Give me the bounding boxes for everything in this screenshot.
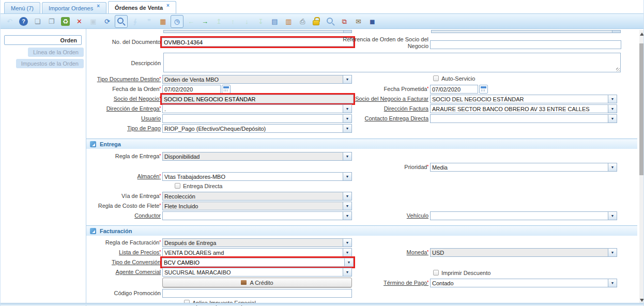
vertical-scrollbar[interactable]: [639, 30, 644, 304]
conductor-label[interactable]: Conductor: [86, 212, 161, 219]
history-icon[interactable]: ◷: [171, 15, 183, 28]
archive-icon[interactable]: ▥: [282, 15, 295, 28]
find-icon[interactable]: [115, 15, 128, 28]
clipped-field: [431, 30, 621, 33]
scroll-up-icon[interactable]: [639, 31, 644, 37]
regla-flete-select[interactable]: Flete Incluido: [162, 202, 352, 210]
tipo-pago-label[interactable]: Tipo de Pago: [86, 125, 161, 132]
auto-servicio-checkbox[interactable]: [433, 75, 439, 81]
chevron-down-icon[interactable]: [344, 258, 353, 266]
referencia-input[interactable]: [430, 40, 621, 49]
imprimir-descuento-checkbox[interactable]: [433, 270, 439, 276]
close-icon[interactable]: ×: [97, 3, 100, 9]
agente-comercial-select[interactable]: SUCURSAL MARACAIBO: [162, 268, 352, 277]
tab-label: Órdenes de Venta: [115, 5, 163, 11]
prioridad-select[interactable]: Media: [430, 163, 617, 172]
termino-pago-label[interactable]: Término de Pago: [309, 280, 428, 286]
direccion-factura-label[interactable]: Dirección Factura: [309, 105, 428, 112]
chevron-down-icon[interactable]: [608, 163, 617, 171]
scroll-down-icon[interactable]: [639, 297, 644, 303]
direccion-entrega-label[interactable]: Dirección de Entrega: [86, 105, 161, 112]
workflow-icon[interactable]: ⧉: [338, 15, 351, 28]
sidebar-item-linea-orden[interactable]: Línea de la Orden: [28, 48, 84, 57]
fecha-orden-label: Fecha de la Orden: [86, 86, 161, 93]
calendar-icon[interactable]: [479, 85, 488, 94]
clipped-field: [163, 30, 352, 33]
tipo-conversion-select[interactable]: BCV CAMBIO: [162, 258, 354, 267]
codigo-promocion-input[interactable]: [162, 289, 352, 298]
chevron-down-icon[interactable]: [608, 95, 617, 103]
tipo-documento-destino-select[interactable]: Orden de Venta MBO: [162, 75, 352, 84]
tipo-conversion-label[interactable]: Tipo de Conversión: [86, 259, 161, 266]
chevron-down-icon[interactable]: [343, 125, 351, 132]
chevron-down-icon[interactable]: [343, 152, 351, 160]
chevron-down-icon[interactable]: [343, 268, 351, 276]
resize-handle[interactable]: [616, 68, 620, 71]
chevron-down-icon[interactable]: [343, 202, 351, 210]
lista-precios-label[interactable]: Lista de Precios: [86, 249, 161, 256]
print-icon[interactable]: ⎙: [296, 15, 309, 28]
socio-facturar-label[interactable]: Socio del Negocio a Facturar: [309, 96, 428, 102]
chevron-down-icon[interactable]: [608, 212, 617, 220]
delete-selection-icon[interactable]: ✕: [73, 15, 86, 28]
new-record-icon[interactable]: ❏: [31, 15, 44, 28]
tipo-documento-destino-label[interactable]: Tipo Documento Destino: [86, 76, 161, 83]
collapse-section-icon[interactable]: [90, 141, 96, 147]
prioridad-label: Prioridad: [309, 164, 428, 171]
moneda-select[interactable]: USD: [430, 248, 617, 257]
chevron-down-icon[interactable]: [343, 173, 351, 180]
chat-icon: ❞: [143, 15, 156, 28]
tipo-pago-select[interactable]: RIOP_Pago (Efectivo/Cheque/Depósito): [162, 124, 352, 133]
termino-pago-select[interactable]: Contado: [430, 279, 617, 287]
product-info-icon[interactable]: ◼: [366, 15, 379, 28]
zoom-across-icon[interactable]: [324, 15, 337, 28]
request-icon[interactable]: ✉: [352, 15, 365, 28]
collapse-section-icon[interactable]: [90, 228, 96, 234]
fecha-orden-input[interactable]: [162, 85, 221, 94]
socio-facturar-select[interactable]: SOCIO DEL NEGOCIO ESTÁNDAR: [430, 95, 617, 103]
vehiculo-select[interactable]: [430, 211, 617, 220]
vehiculo-label[interactable]: Vehículo: [309, 212, 428, 219]
regla-entrega-select[interactable]: Disponibilidad: [162, 152, 352, 161]
detail-record-icon[interactable]: →: [198, 15, 211, 28]
moneda-label[interactable]: Moneda: [309, 249, 428, 256]
tab-menu[interactable]: Menú (7): [4, 2, 40, 13]
chevron-down-icon[interactable]: [343, 239, 351, 247]
entrega-directa-checkbox[interactable]: [175, 183, 180, 189]
refresh-icon[interactable]: ⟳: [101, 15, 114, 28]
copy-record-icon[interactable]: ❐: [45, 15, 58, 28]
direccion-factura-select[interactable]: ARAURE SECTOR BANCO OBRERO AV 33 ENTRE C…: [430, 104, 617, 113]
first-record-icon: ↥: [212, 15, 225, 28]
lock-icon[interactable]: [310, 15, 323, 28]
sidebar-item-impuestos-orden[interactable]: Impuestos de la Orden: [16, 59, 84, 68]
tab-importar-ordenes[interactable]: Importar Ordenes ×: [42, 2, 106, 13]
calendar-icon[interactable]: [222, 85, 231, 94]
contacto-entrega-label[interactable]: Contacto Entrega Directa: [309, 115, 428, 122]
chevron-down-icon[interactable]: [343, 75, 351, 83]
usuario-label[interactable]: Usuario: [86, 115, 161, 122]
tab-bar: Menú (7) Importar Ordenes × Órdenes de V…: [1, 0, 643, 14]
chevron-down-icon[interactable]: [608, 105, 617, 113]
agente-comercial-label[interactable]: Agente Comercial: [86, 269, 161, 276]
descripcion-textarea[interactable]: [164, 53, 620, 72]
sidebar-item-orden[interactable]: Orden: [4, 35, 82, 45]
close-icon[interactable]: ×: [166, 3, 170, 8]
socio-negocio-label[interactable]: Socio del Negocio: [86, 96, 161, 102]
fecha-prometida-input[interactable]: [430, 85, 478, 94]
chevron-down-icon[interactable]: [608, 279, 617, 287]
help-icon[interactable]: ?: [17, 15, 30, 28]
chevron-down-icon[interactable]: [343, 192, 351, 200]
regla-facturacion-select[interactable]: Después de Entrega: [162, 238, 352, 247]
grid-toggle-icon[interactable]: ▦: [157, 15, 170, 28]
scrollbar-thumb[interactable]: [639, 43, 644, 175]
imprimir-descuento-label: Imprimir Descuento: [441, 270, 490, 276]
almacen-select[interactable]: Vtas Trabajadores-MBO: [162, 172, 352, 181]
almacen-label[interactable]: Almacén: [86, 173, 161, 180]
chevron-down-icon[interactable]: [608, 115, 617, 123]
chevron-down-icon[interactable]: [608, 249, 617, 256]
delete-record-icon[interactable]: ♻: [59, 15, 72, 28]
via-entrega-select[interactable]: Recolección: [162, 192, 352, 201]
contacto-entrega-select[interactable]: [430, 114, 617, 123]
report-icon[interactable]: ▤: [268, 15, 281, 28]
tab-ordenes-de-venta[interactable]: Órdenes de Venta ×: [108, 1, 176, 13]
